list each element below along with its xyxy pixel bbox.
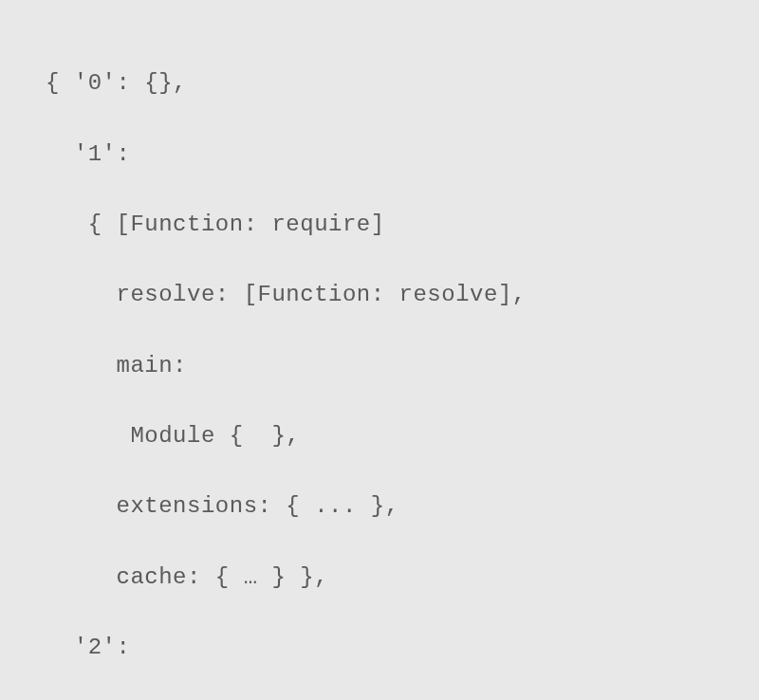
code-line: cache: { … } }, [46, 560, 713, 595]
code-line: '1': [46, 137, 713, 172]
code-line: { [Function: require] [46, 207, 713, 242]
code-output: { '0': {}, '1': { [Function: require] re… [46, 30, 713, 700]
code-line: extensions: { ... }, [46, 488, 713, 524]
code-line: '2': [46, 630, 713, 665]
code-line: resolve: [Function: resolve], [46, 277, 713, 312]
code-line: Module { }, [46, 418, 713, 453]
code-line: main: [46, 348, 713, 383]
code-line: { '0': {}, [46, 65, 713, 101]
